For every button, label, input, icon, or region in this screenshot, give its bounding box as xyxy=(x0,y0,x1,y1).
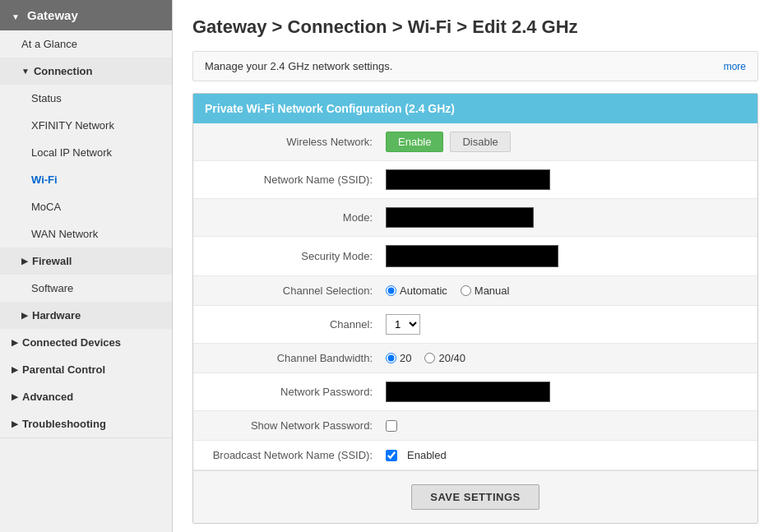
sidebar-item-wifi[interactable]: Wi-Fi xyxy=(0,166,172,193)
security-mode-label: Security Mode: xyxy=(205,250,386,262)
save-settings-button[interactable]: SAVE SETTINGS xyxy=(411,484,540,510)
sidebar-item-at-a-glance[interactable]: At a Glance xyxy=(0,30,172,58)
sidebar-item-xfinity-network[interactable]: XFINITY Network xyxy=(0,112,172,139)
security-mode-value xyxy=(386,245,746,267)
broadcast-ssid-checkbox[interactable] xyxy=(386,450,397,461)
sidebar-item-wan-network[interactable]: WAN Network xyxy=(0,220,172,247)
sidebar-header-gateway[interactable]: ▼ Gateway xyxy=(0,0,172,30)
bw-20-radio[interactable] xyxy=(386,353,396,363)
sidebar-item-hardware[interactable]: ▶ Hardware xyxy=(0,302,172,329)
channel-value: 1 xyxy=(386,314,746,335)
network-password-label: Network Password: xyxy=(205,386,386,398)
config-panel: Private Wi-Fi Network Configuration (2.4… xyxy=(192,93,758,524)
ssid-input[interactable] xyxy=(386,169,550,190)
main-content: Gateway > Connection > Wi-Fi > Edit 2.4 … xyxy=(173,0,778,532)
show-password-row: Show Network Password: xyxy=(193,411,757,441)
sidebar-item-connected-devices[interactable]: ▶ Connected Devices xyxy=(0,329,172,356)
sidebar-gateway-label: Gateway xyxy=(27,8,78,22)
enable-button[interactable]: Enable xyxy=(386,132,443,152)
network-password-input[interactable] xyxy=(386,382,550,402)
network-password-value xyxy=(386,382,746,402)
automatic-radio[interactable] xyxy=(386,285,396,296)
firewall-arrow: ▶ xyxy=(21,257,28,266)
description-text: Manage your 2.4 GHz network settings. xyxy=(205,60,392,72)
channel-selection-row: Channel Selection: Automatic Manual xyxy=(193,276,757,306)
sidebar-item-moca[interactable]: MoCA xyxy=(0,193,172,220)
channel-bandwidth-label: Channel Bandwidth: xyxy=(205,352,386,364)
channel-label: Channel: xyxy=(205,318,386,331)
show-password-value xyxy=(386,420,746,432)
bw-2040-radio[interactable] xyxy=(424,353,435,363)
mode-label: Mode: xyxy=(205,211,386,224)
channel-bandwidth-value: 20 20/40 xyxy=(386,352,746,364)
ssid-label: Network Name (SSID): xyxy=(205,173,386,186)
bw-20-label[interactable]: 20 xyxy=(386,352,411,364)
disable-button[interactable]: Disable xyxy=(450,132,510,152)
sidebar-item-advanced[interactable]: ▶ Advanced xyxy=(0,383,172,410)
hardware-arrow: ▶ xyxy=(21,311,28,320)
advanced-arrow: ▶ xyxy=(12,392,18,401)
channel-select[interactable]: 1 xyxy=(386,314,420,335)
broadcast-ssid-row: Broadcast Network Name (SSID): Enabled xyxy=(193,441,757,470)
more-link[interactable]: more xyxy=(724,61,746,72)
connected-devices-arrow: ▶ xyxy=(12,338,18,347)
sidebar-item-local-ip-network[interactable]: Local IP Network xyxy=(0,139,172,166)
sidebar: ▼ Gateway At a Glance ▼ Connection Statu… xyxy=(0,0,173,532)
mode-value xyxy=(386,207,746,228)
sidebar-item-connection[interactable]: ▼ Connection xyxy=(0,58,172,85)
wireless-network-value: Enable Disable xyxy=(386,132,746,152)
enabled-label: Enabled xyxy=(407,449,447,461)
troubleshooting-arrow: ▶ xyxy=(12,419,18,428)
config-panel-header: Private Wi-Fi Network Configuration (2.4… xyxy=(193,94,757,123)
broadcast-ssid-label: Broadcast Network Name (SSID): xyxy=(205,449,386,461)
page-title: Gateway > Connection > Wi-Fi > Edit 2.4 … xyxy=(192,16,758,38)
security-mode-select[interactable] xyxy=(386,245,558,267)
channel-selection-label: Channel Selection: xyxy=(205,285,386,297)
bw-2040-label[interactable]: 20/40 xyxy=(424,352,465,364)
show-password-checkbox[interactable] xyxy=(386,420,397,432)
sidebar-section-main: At a Glance ▼ Connection Status XFINITY … xyxy=(0,30,172,438)
sidebar-item-software[interactable]: Software xyxy=(0,275,172,302)
save-row: SAVE SETTINGS xyxy=(193,470,757,523)
gateway-arrow: ▼ xyxy=(12,12,20,21)
sidebar-item-parental-control[interactable]: ▶ Parental Control xyxy=(0,356,172,383)
sidebar-item-troubleshooting[interactable]: ▶ Troubleshooting xyxy=(0,410,172,437)
manual-radio[interactable] xyxy=(461,285,471,296)
sidebar-item-status[interactable]: Status xyxy=(0,85,172,112)
automatic-label[interactable]: Automatic xyxy=(386,285,447,297)
show-password-label: Show Network Password: xyxy=(205,419,386,432)
channel-selection-value: Automatic Manual xyxy=(386,285,746,297)
mode-input[interactable] xyxy=(386,207,534,228)
channel-row: Channel: 1 xyxy=(193,306,757,344)
wireless-network-label: Wireless Network: xyxy=(205,136,386,148)
security-mode-row: Security Mode: xyxy=(193,237,757,276)
parental-control-arrow: ▶ xyxy=(12,365,18,374)
network-password-row: Network Password: xyxy=(193,373,757,411)
sidebar-item-firewall[interactable]: ▶ Firewall xyxy=(0,247,172,275)
ssid-row: Network Name (SSID): xyxy=(193,161,757,199)
broadcast-ssid-value: Enabled xyxy=(386,449,746,461)
description-bar: Manage your 2.4 GHz network settings. mo… xyxy=(192,51,758,81)
wireless-network-row: Wireless Network: Enable Disable xyxy=(193,123,757,161)
channel-bandwidth-row: Channel Bandwidth: 20 20/40 xyxy=(193,344,757,373)
connection-arrow: ▼ xyxy=(21,67,30,76)
mode-row: Mode: xyxy=(193,199,757,237)
ssid-value xyxy=(386,169,746,190)
manual-label[interactable]: Manual xyxy=(461,285,510,297)
